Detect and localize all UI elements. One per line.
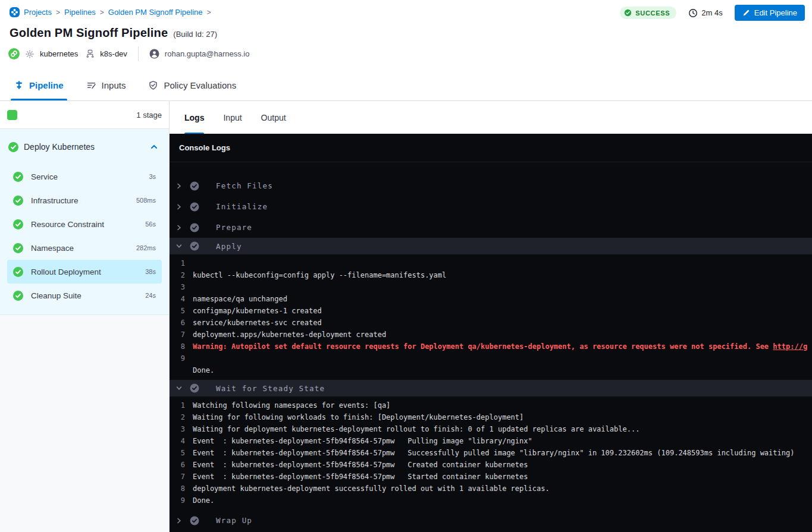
clock-icon bbox=[688, 8, 698, 18]
log-line: 3 Waiting for deployment kubernetes-depl… bbox=[170, 423, 812, 435]
log-tab-logs[interactable]: Logs bbox=[184, 101, 204, 134]
log-tab-output[interactable]: Output bbox=[261, 101, 286, 134]
stage-count: 1 stage bbox=[136, 111, 162, 119]
log-tab-label: Output bbox=[261, 113, 286, 122]
success-check-icon bbox=[624, 9, 632, 17]
user-email: rohan.gupta@harness.io bbox=[165, 49, 250, 58]
chevron-right-icon[interactable] bbox=[175, 204, 183, 210]
breadcrumb-link[interactable]: Pipelines bbox=[64, 8, 96, 17]
log-line-number: 8 bbox=[170, 484, 185, 493]
log-line-number: 3 bbox=[170, 283, 185, 291]
step-row-rollout-deployment[interactable]: Rollout Deployment 38s bbox=[7, 260, 162, 284]
breadcrumb-separator: > bbox=[207, 8, 211, 17]
step-duration: 56s bbox=[145, 221, 156, 228]
chevron-right-icon[interactable] bbox=[175, 385, 183, 391]
breadcrumb-link[interactable]: Golden PM Signoff Pipeline bbox=[108, 8, 203, 17]
log-line-number: 9 bbox=[170, 354, 185, 363]
log-line-number: 4 bbox=[170, 295, 185, 303]
breadcrumb-link[interactable]: Projects bbox=[24, 8, 52, 17]
log-line: 8 deployment kubernetes-deployment succe… bbox=[170, 483, 812, 495]
log-line-text: Waiting for following workloads to finis… bbox=[193, 413, 523, 421]
tab-inputs[interactable]: Inputs bbox=[86, 70, 126, 100]
log-line-number: 9 bbox=[170, 496, 185, 505]
log-line: 4 Event : kubernetes-deployment-5fb94f85… bbox=[170, 435, 812, 447]
step-row-service[interactable]: Service 3s bbox=[7, 165, 162, 188]
tab-pipeline[interactable]: Pipeline bbox=[14, 70, 64, 100]
step-row-infrastructure[interactable]: Infrastructure 508ms bbox=[7, 188, 162, 212]
chevron-right-icon[interactable] bbox=[175, 183, 183, 189]
harness-logo-icon bbox=[10, 7, 20, 17]
stage-header[interactable]: Deploy Kubernetes bbox=[0, 129, 169, 165]
log-line: 5 Event : kubernetes-deployment-5fb94f85… bbox=[170, 447, 812, 459]
stage-success-icon bbox=[8, 142, 18, 152]
log-line-number: 5 bbox=[170, 307, 185, 315]
log-tab-bar: Logs Input Output bbox=[170, 101, 812, 134]
log-line-text: Event : kubernetes-deployment-5fb94f8564… bbox=[193, 473, 528, 481]
user-avatar-icon bbox=[149, 49, 159, 59]
log-line: 6 Event : kubernetes-deployment-5fb94f85… bbox=[170, 459, 812, 471]
log-section-header[interactable]: Wrap Up bbox=[170, 510, 812, 531]
chevron-right-icon[interactable] bbox=[175, 225, 183, 231]
warning-link[interactable]: http://g bbox=[773, 342, 807, 351]
log-tab-input[interactable]: Input bbox=[223, 101, 242, 134]
log-line-text: deployment.apps/kubernetes-deployment cr… bbox=[193, 330, 386, 339]
log-panel: Logs Input Output Console Logs Fetch Fil… bbox=[170, 101, 812, 532]
step-name: Infrastructure bbox=[31, 196, 79, 205]
main-tab-label: Inputs bbox=[102, 80, 126, 90]
main-tab-label: Policy Evaluations bbox=[164, 80, 236, 90]
log-line-number: 1 bbox=[170, 259, 185, 267]
log-section-header[interactable]: Wait for Steady State bbox=[170, 380, 812, 396]
log-line-text: Event : kubernetes-deployment-5fb94f8564… bbox=[193, 437, 532, 445]
log-line: 8 Warning: Autopilot set default resourc… bbox=[170, 341, 812, 352]
log-tab-label: Logs bbox=[184, 113, 204, 122]
build-id: (Build Id: 27) bbox=[173, 30, 217, 39]
chevron-up-icon[interactable] bbox=[150, 143, 158, 151]
step-name: Resource Constraint bbox=[31, 220, 104, 229]
log-line-text: deployment kubernetes-deployment success… bbox=[193, 484, 550, 493]
log-line-text: service/kubernetes-svc created bbox=[193, 319, 322, 327]
log-line-number: 3 bbox=[170, 425, 185, 433]
execution-sidebar: 1 stage Deploy Kubernetes Service 3s Inf… bbox=[0, 101, 170, 532]
console-title: Console Logs bbox=[179, 143, 230, 152]
edit-pipeline-button[interactable]: Edit Pipeline bbox=[735, 5, 805, 21]
log-line-text: Waiting for deployment kubernetes-deploy… bbox=[193, 425, 639, 433]
step-row-namespace[interactable]: Namespace 282ms bbox=[7, 236, 162, 260]
log-section-lines: 1 2 kubectl --kubeconfig=config apply --… bbox=[170, 254, 812, 376]
stage-summary-row: 1 stage bbox=[0, 101, 169, 129]
log-line-text: Warning: Autopilot set default resource … bbox=[193, 342, 807, 351]
chevron-right-icon[interactable] bbox=[175, 518, 183, 524]
log-line-number: 7 bbox=[170, 473, 185, 481]
step-duration: 3s bbox=[149, 173, 156, 180]
tab-policy-evaluations[interactable]: Policy Evaluations bbox=[148, 70, 236, 100]
status-badge: SUCCESS bbox=[620, 7, 676, 19]
log-line-text: configmap/kubernetes-1 created bbox=[193, 307, 322, 315]
log-tab-label: Input bbox=[223, 113, 242, 122]
pipeline-icon bbox=[14, 80, 24, 90]
step-row-resource-constraint[interactable]: Resource Constraint 56s bbox=[7, 212, 162, 236]
log-section-header[interactable]: Initialize bbox=[170, 196, 812, 217]
step-duration: 282ms bbox=[136, 244, 156, 251]
log-line-number: 6 bbox=[170, 319, 185, 327]
log-line-text: Watching following namespaces for events… bbox=[193, 401, 390, 410]
header-actions: SUCCESS 2m 4s Edit Pipeline bbox=[620, 5, 805, 21]
log-line-text: Done. bbox=[193, 366, 214, 374]
log-section-title: Apply bbox=[216, 242, 242, 251]
divider bbox=[138, 46, 139, 61]
section-success-icon bbox=[190, 202, 199, 212]
log-section-header[interactable]: Fetch Files bbox=[170, 175, 812, 196]
log-line: 9 bbox=[170, 352, 812, 364]
log-line-number: 4 bbox=[170, 437, 185, 445]
log-section-header[interactable]: Prepare bbox=[170, 217, 812, 238]
chevron-right-icon[interactable] bbox=[175, 243, 183, 249]
log-line-number: 8 bbox=[170, 342, 185, 351]
step-name: Service bbox=[31, 172, 58, 181]
step-row-cleanup-suite[interactable]: Cleanup Suite 24s bbox=[7, 284, 162, 307]
log-section-header[interactable]: Apply bbox=[170, 238, 812, 254]
meta-row: kubernetes k8s-dev rohan.gupta@harness.i… bbox=[8, 46, 249, 61]
step-success-icon bbox=[13, 291, 23, 301]
step-success-icon bbox=[13, 219, 23, 229]
log-line: 1 bbox=[170, 257, 812, 269]
stage-block: Deploy Kubernetes Service 3s Infrastruct… bbox=[0, 129, 169, 315]
log-line-number: 5 bbox=[170, 449, 185, 457]
cd-module-icon bbox=[8, 48, 20, 59]
